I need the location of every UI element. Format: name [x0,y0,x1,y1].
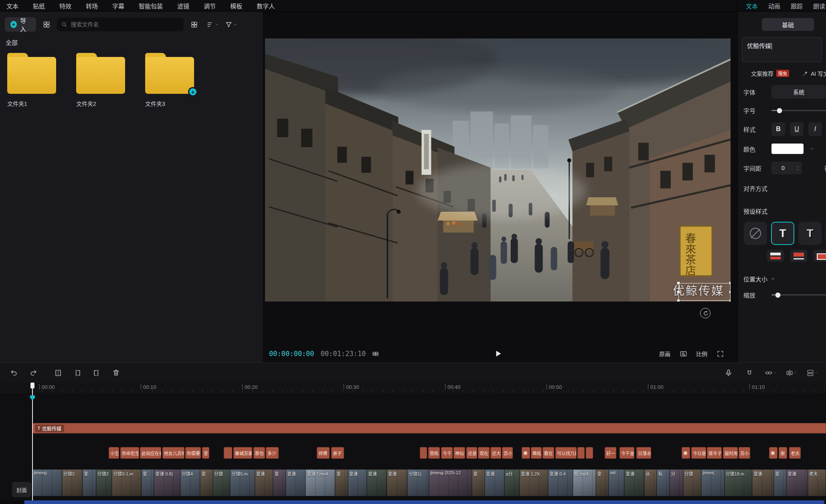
video-clip[interactable]: 变速7.mo4 [306,470,335,496]
top-menu-item[interactable]: 特效 [59,2,71,10]
undo-icon[interactable] [8,367,20,379]
font-select[interactable]: 系统 [771,85,826,99]
video-clip[interactable]: 丛 [644,470,657,496]
subtitle-clip[interactable]: 今日是 [691,447,706,459]
subtitle-clip[interactable]: 苏小 [502,447,513,459]
text-track[interactable]: T 优鲸传媒 [32,423,826,433]
scale-slider[interactable] [771,294,826,296]
ai-write-button[interactable]: AI 写文案 [802,69,826,77]
sort-icon[interactable] [206,18,219,31]
subtitle-clip[interactable]: 师傅 [317,447,330,459]
top-menu-item[interactable]: 调节 [204,2,216,10]
subtitle-clip[interactable] [577,447,585,459]
text-content-input[interactable]: 优鲸传媒 [742,37,822,62]
video-clip[interactable]: 变 [335,470,348,496]
delete-icon[interactable] [110,367,122,379]
subtitle-clip[interactable]: 夜半子 [707,447,722,459]
subtitle-clip[interactable]: 嘶吼 [531,447,542,459]
selection-handle[interactable] [729,290,731,293]
letter-spacing-input[interactable]: 0 [771,162,802,174]
video-clip[interactable]: jimeng [32,470,62,496]
search-input[interactable] [71,21,180,28]
subtitle-clip[interactable]: 小生 [109,447,119,459]
align-right-icon[interactable] [804,182,816,194]
video-clip[interactable]: 变速 [367,470,387,496]
bold-button[interactable]: B [771,122,785,136]
video-clip[interactable]: 分镜 [683,470,702,496]
video-clip[interactable]: 变 [273,470,286,496]
subtitle-clip[interactable]: 散在 [543,447,554,459]
subtitle-clip[interactable]: 你命犯生 [120,447,139,459]
redo-icon[interactable] [27,367,39,379]
video-clip[interactable]: 抵.mp4 [573,470,596,496]
folder-add-badge[interactable]: + [188,87,198,97]
video-clip[interactable]: 分镜2. [62,470,83,496]
video-clip[interactable]: 分镜4 [180,470,200,496]
split-icon[interactable] [52,367,64,379]
timeline-ruler[interactable]: 00:0000:1000:2000:3000:4000:5001:0001:10 [32,383,826,393]
track-height-icon[interactable] [806,367,818,379]
align-left-icon[interactable] [771,182,783,194]
video-clip[interactable]: 分镜 [213,470,231,496]
video-clip[interactable]: 分 [670,470,683,496]
video-viewport[interactable]: 春來茶店 [265,38,731,302]
fullscreen-icon[interactable] [714,347,727,360]
folder-item[interactable]: + 文件夹2 [76,57,125,107]
slider-knob[interactable] [777,108,782,113]
subtitle-clip[interactable]: 还大 [490,447,501,459]
filter-icon[interactable] [225,18,237,31]
subtitle-clip[interactable]: 今干 [441,447,453,459]
color-swatch[interactable] [771,144,804,154]
video-clip[interactable]: jimeng-2025-12 [429,470,472,496]
align-center-icon[interactable] [788,182,800,194]
video-clip[interactable]: 变速 0.4 [548,470,573,496]
subtitle-clip[interactable]: 他女儿苏倾 [162,447,184,459]
video-clip[interactable]: 变速 [786,470,808,496]
preset-style-button[interactable]: T [771,222,794,245]
magnet-icon[interactable] [743,367,755,379]
preset-style-chip[interactable] [814,250,826,262]
original-quality-button[interactable]: 原画 [659,350,670,358]
font-size-slider[interactable] [771,110,826,111]
video-clip[interactable]: 变 [472,470,485,496]
video-clip[interactable]: 分镜2 [96,470,112,496]
subtitle-clip[interactable]: ▣ [522,447,530,459]
video-clip[interactable]: 变 [142,470,154,496]
grid-view-icon[interactable] [188,18,200,31]
italic-button[interactable]: I [808,122,822,136]
selection-handle[interactable] [677,290,680,293]
subtitle-clip[interactable]: 多少 [266,447,279,459]
subtitle-clip[interactable]: 现在 [478,447,490,459]
play-button[interactable] [491,347,505,360]
slider-knob[interactable] [775,292,781,298]
subtitle-clip[interactable]: 今千金 [620,447,634,459]
top-menu-item[interactable]: 贴纸 [33,2,45,10]
subtitle-clip[interactable]: 还是 [466,447,477,459]
video-clip[interactable]: 分镜3-1.m [112,470,142,496]
copy-suggest-label[interactable]: 文案推荐 [751,69,773,77]
subtitle-clip[interactable] [420,447,427,459]
video-clip[interactable]: 变速 [485,470,505,496]
search-box[interactable] [57,18,184,31]
preset-style-chip[interactable] [767,250,784,262]
video-clip[interactable]: 变速 1.2X [520,470,549,496]
subtitle-clip[interactable]: 秦城苏家 [233,447,252,459]
inspector-tab[interactable]: 文本 [746,2,758,10]
basic-subtab[interactable]: 基础 [762,18,814,31]
subtitle-clip[interactable]: 变 [202,447,209,459]
top-menu-item[interactable]: 智能包装 [139,2,163,10]
inspector-tab[interactable]: 跟踪 [791,2,803,10]
video-clip[interactable]: 变速 [387,470,408,496]
video-clip[interactable]: 变速 [255,470,273,496]
stepper-icon[interactable] [795,165,802,171]
media-library-icon[interactable] [40,18,53,31]
video-clip[interactable]: 老夫 [808,470,826,496]
subtitle-clip[interactable]: 届时用 [723,447,738,459]
rotate-handle-icon[interactable] [700,308,711,318]
selection-handle[interactable] [677,281,680,285]
subtitle-clip[interactable]: 谢 [779,447,787,459]
inspector-tab[interactable]: 动画 [768,2,780,10]
video-clip[interactable]: 变 [596,470,609,496]
video-clip[interactable]: 变速 [348,470,367,496]
text-selection-box[interactable] [678,283,731,301]
